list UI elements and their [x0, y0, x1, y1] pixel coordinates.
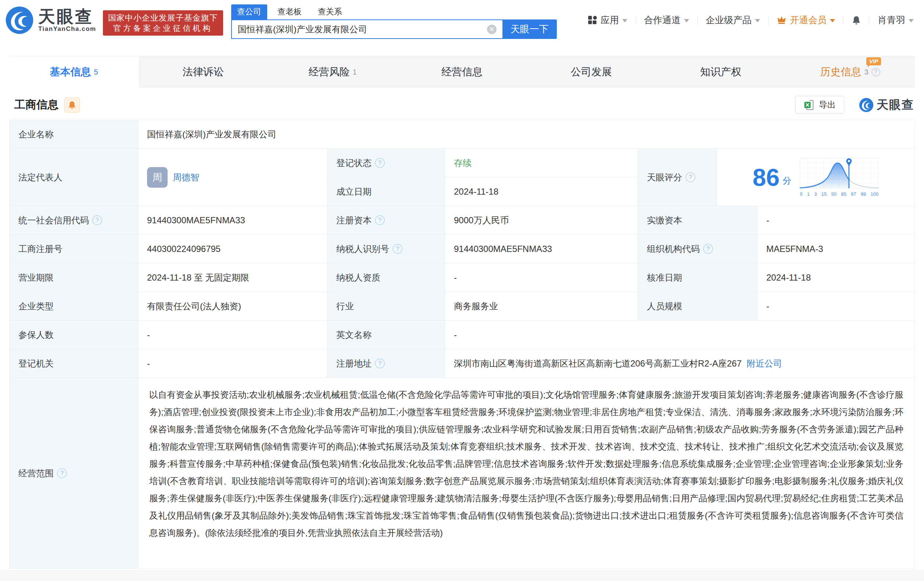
- field-label-establish-date: 成立日期: [327, 178, 445, 206]
- tab-count: 1: [353, 68, 356, 76]
- bell-icon: [68, 100, 76, 109]
- bell-curve-chart: [799, 158, 879, 190]
- nav-open-vip[interactable]: 开通会员: [777, 14, 835, 26]
- help-icon[interactable]: [375, 158, 385, 168]
- field-value-org-code: MAE5FNMA-3: [757, 235, 915, 263]
- vip-badge: VIP: [866, 57, 881, 65]
- field-label-business-scope: 经营范围: [10, 378, 138, 569]
- search-input[interactable]: [231, 20, 502, 39]
- help-icon[interactable]: [871, 67, 880, 76]
- field-label-reg-status: 登记状态: [327, 149, 445, 178]
- score-unit: 分: [782, 175, 791, 186]
- nav-divider: [697, 15, 698, 25]
- field-label-taxpayer-id: 纳税人识别号: [327, 235, 445, 263]
- nearby-companies-link[interactable]: 附近公司: [747, 358, 782, 369]
- nav-apps[interactable]: 应用: [587, 14, 627, 26]
- help-icon[interactable]: [375, 215, 385, 225]
- field-value-company-type: 有限责任公司(法人独资): [138, 292, 327, 321]
- field-label-company-type: 企业类型: [10, 292, 138, 321]
- section-bar: 工商信息 导出 天眼查: [9, 88, 915, 120]
- help-icon[interactable]: [703, 244, 713, 254]
- tianyancha-logo[interactable]: 天眼查 TianYanCha.com: [5, 6, 96, 35]
- tab-intellectual-property[interactable]: 知识产权: [656, 56, 785, 88]
- logo-domain: TianYanCha.com: [38, 25, 96, 33]
- tab-operating-info[interactable]: 经营信息: [397, 56, 527, 88]
- help-icon[interactable]: [92, 215, 102, 225]
- tab-history-info[interactable]: VIP 历史信息 3: [785, 56, 915, 88]
- nav-cooperation[interactable]: 合作通道: [644, 14, 689, 26]
- field-label-legal-rep: 法定代表人: [10, 149, 138, 206]
- field-label-paid-capital: 实缴资本: [638, 206, 757, 235]
- tab-label: 知识产权: [700, 65, 741, 79]
- company-detail-tabs: 基本信息 5 法律诉讼 经营风险 1 经营信息 公司发展 知识产权 VIP 历史…: [9, 56, 915, 88]
- business-registration-table: 企业名称 国恒祥嘉(深圳)产业发展有限公司 法定代表人 周 周德智 登记状态 存…: [9, 120, 915, 569]
- field-value-reg-status: 存续: [445, 149, 638, 178]
- field-label-reg-address: 注册地址: [327, 349, 445, 378]
- monitor-bell-button[interactable]: [64, 97, 80, 113]
- top-header: 天眼查 TianYanCha.com 国家中小企业发展子基金旗下 官方备案企业征…: [0, 0, 924, 38]
- badge-line1: 国家中小企业发展子基金旗下: [108, 13, 218, 23]
- field-value-english-name: -: [445, 321, 915, 349]
- chevron-down-icon: [755, 19, 760, 22]
- field-label-industry: 行业: [327, 292, 445, 321]
- field-value-industry: 商务服务业: [445, 292, 638, 321]
- tab-count: 3: [864, 68, 868, 76]
- tab-legal-proceedings[interactable]: 法律诉讼: [139, 56, 268, 88]
- nav-user[interactable]: 肖青羽: [878, 14, 914, 26]
- tab-label: 经营信息: [441, 65, 483, 79]
- chevron-down-icon: [909, 19, 914, 22]
- help-icon[interactable]: [685, 172, 695, 182]
- search-tab-boss[interactable]: 查老板: [272, 4, 308, 20]
- field-value-taxpayer-id: 91440300MAE5FNMA33: [445, 235, 638, 263]
- field-value-paid-capital: -: [757, 206, 915, 235]
- tab-label: 法律诉讼: [183, 65, 224, 79]
- field-value-company-name: 国恒祥嘉(深圳)产业发展有限公司: [138, 120, 915, 149]
- field-label-reg-number: 工商注册号: [10, 235, 138, 263]
- nav-enterprise-products[interactable]: 企业级产品: [706, 14, 760, 26]
- nav-divider: [869, 15, 870, 25]
- score-distribution-chart: 0131550859799100: [799, 158, 879, 197]
- help-icon[interactable]: [57, 468, 67, 478]
- nav-notifications[interactable]: [851, 15, 861, 25]
- section-title: 工商信息: [14, 97, 58, 112]
- field-value-reg-number: 440300224096795: [138, 235, 327, 263]
- field-value-approval-date: 2024-11-18: [757, 263, 915, 292]
- nav-divider: [843, 15, 843, 25]
- nav-apps-label: 应用: [601, 14, 619, 26]
- nav-divider: [635, 15, 636, 25]
- nav-cooperation-label: 合作通道: [644, 14, 681, 26]
- status-badge: 存续: [454, 157, 472, 169]
- field-label-score: 天眼评分: [638, 149, 717, 206]
- field-label-business-term: 营业期限: [10, 263, 138, 292]
- apps-grid-icon: [587, 15, 597, 25]
- tab-company-development[interactable]: 公司发展: [527, 56, 656, 88]
- search-tab-company[interactable]: 查公司: [231, 4, 267, 20]
- top-nav: 应用 合作通道 企业级产品 开通会员: [587, 14, 914, 26]
- avatar[interactable]: 周: [147, 167, 168, 188]
- search-tabs: 查公司 查老板 查关系: [231, 4, 557, 20]
- username-label: 肖青羽: [878, 14, 905, 26]
- tab-basic-info[interactable]: 基本信息 5: [9, 56, 139, 88]
- export-button[interactable]: 导出: [795, 96, 844, 114]
- field-label-taxpayer-quality: 纳税人资质: [327, 263, 445, 292]
- field-label-reg-authority: 登记机关: [10, 349, 138, 378]
- search-tab-relation[interactable]: 查关系: [312, 4, 348, 20]
- nav-divider: [768, 15, 769, 25]
- field-value-credit-code: 91440300MAE5FNMA33: [138, 206, 327, 235]
- field-label-english-name: 英文名称: [327, 321, 445, 349]
- field-value-establish-date: 2024-11-18: [445, 178, 638, 206]
- watermark-label: 天眼查: [876, 97, 914, 113]
- bell-icon: [851, 15, 861, 25]
- field-label-insured-count: 参保人数: [10, 321, 138, 349]
- clear-search-icon[interactable]: ✕: [487, 25, 497, 34]
- help-icon[interactable]: [393, 244, 403, 254]
- help-icon[interactable]: [375, 359, 385, 369]
- field-label-reg-capital: 注册资本: [327, 206, 445, 235]
- excel-export-icon: [804, 100, 815, 110]
- search-button[interactable]: 天眼一下: [502, 20, 557, 39]
- chevron-down-icon: [622, 19, 627, 22]
- legal-rep-link[interactable]: 周德智: [173, 171, 199, 183]
- export-label: 导出: [819, 99, 836, 110]
- tab-business-risk[interactable]: 经营风险 1: [268, 56, 397, 88]
- tianyancha-watermark: 天眼查: [859, 97, 914, 113]
